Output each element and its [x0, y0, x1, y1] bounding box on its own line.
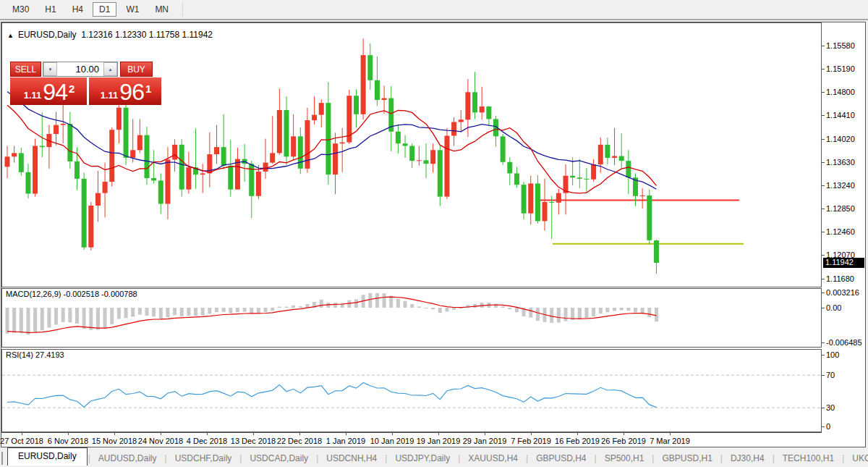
price-axis-label: 1.13240	[826, 181, 855, 190]
date-label: 16 Feb 2019	[555, 437, 600, 445]
rsi-axis-label: 70	[826, 371, 835, 379]
rsi-axis-label: 30	[826, 403, 835, 412]
symbol-tab-usdcnh-h4[interactable]: USDCNH,H4	[319, 451, 384, 466]
buy-price-panel[interactable]: 1.11961	[89, 77, 161, 105]
date-label: 15 Nov 2018	[92, 437, 137, 445]
date-tick	[207, 432, 208, 435]
chart-title: ▲EURUSD,Daily 1.12316 1.12330 1.11758 1.…	[7, 30, 213, 40]
price-axis-label: 1.14410	[826, 111, 855, 119]
tab-separator: |	[526, 453, 528, 463]
date-tick	[253, 432, 254, 435]
symbol-tab-bar: EURUSD,Daily|AUDUSD,Daily|USDCHF,Daily|U…	[0, 449, 868, 467]
sell-price-sup: 2	[69, 85, 75, 93]
timeframe-d1[interactable]: D1	[93, 2, 116, 17]
date-label: 6 Nov 2018	[48, 437, 88, 445]
date-label: 22 Dec 2018	[277, 437, 322, 445]
symbol-tab-usdjpy-daily[interactable]: USDJPY,Daily	[388, 451, 457, 466]
date-tick	[670, 432, 671, 435]
buy-price-sup: 1	[145, 85, 151, 93]
rsi-axis-label: 0	[826, 422, 830, 431]
rsi-axis-label: 100	[826, 350, 839, 359]
date-tick	[624, 432, 624, 435]
symbol-tab-gbpusd-h4[interactable]: GBPUSD,H4	[529, 451, 593, 466]
date-tick	[438, 432, 439, 435]
price-axis-label: 1.15580	[826, 41, 855, 50]
timeframe-mn[interactable]: MN	[148, 2, 175, 17]
date-label: 7 Feb 2019	[511, 437, 551, 445]
macd-axis-label: 0.003216	[826, 288, 859, 297]
buy-price-big: 96	[119, 81, 144, 103]
rsi-indicator-label: RSI(14) 27.4193	[6, 350, 64, 359]
rsi-pane[interactable]	[1, 349, 822, 432]
symbol-tab-ukoil-[interactable]: UKOil,	[845, 451, 868, 466]
date-tick	[68, 432, 69, 435]
date-label: 7 Mar 2019	[650, 437, 690, 445]
sell-price-small: 1.11	[24, 88, 42, 103]
sell-price-panel[interactable]: 1.11942	[10, 77, 87, 105]
timeframe-m30[interactable]: M30	[6, 2, 35, 17]
current-price-badge: 1.11942	[823, 258, 864, 268]
timeframe-h1[interactable]: H1	[38, 2, 62, 17]
tab-separator: |	[239, 453, 242, 463]
symbol-tab-usdchf-daily[interactable]: USDCHF,Daily	[168, 451, 239, 466]
chart-window: ▲EURUSD,Daily 1.12316 1.12330 1.11758 1.…	[1, 22, 866, 447]
tabbar-handle[interactable]	[1, 452, 3, 465]
symbol-tab-eurusd-daily[interactable]: EURUSD,Daily	[7, 447, 88, 466]
date-label: 13 Dec 2018	[231, 437, 276, 445]
sell-price-big: 94	[43, 81, 67, 103]
date-label: 10 Jan 2019	[370, 437, 414, 445]
symbol-tab-tech100-h1[interactable]: TECH100,H1	[775, 451, 841, 466]
timeframe-w1[interactable]: W1	[119, 2, 145, 17]
toolbar-separator	[182, 2, 183, 17]
date-tick	[346, 432, 346, 435]
price-axis-label: 1.11680	[826, 274, 854, 283]
price-axis-label: 1.14020	[826, 135, 855, 143]
date-tick	[161, 432, 161, 435]
date-label: 26 Feb 2019	[601, 437, 646, 445]
tab-separator: |	[652, 453, 654, 463]
date-tick	[485, 432, 485, 435]
volume-decrease-button[interactable]: ▼	[43, 62, 57, 76]
tab-separator: |	[595, 453, 597, 463]
date-label: 24 Nov 2018	[138, 437, 183, 445]
price-axis-label: 1.13630	[826, 158, 855, 167]
tab-separator: |	[842, 453, 844, 463]
symbol-tab-dj30-h4[interactable]: DJ30,H4	[723, 451, 772, 466]
buy-price-small: 1.11	[101, 88, 119, 103]
symbol-tab-xauusd-h4[interactable]: XAUUSD,H4	[461, 451, 525, 466]
macd-indicator-label: MACD(12,26,9) -0.002518 -0.000788	[6, 290, 137, 298]
date-tick	[22, 432, 22, 435]
symbol-tab-usdcad-daily[interactable]: USDCAD,Daily	[242, 451, 315, 466]
volume-spinner: ▼ 10.00 ▲	[43, 62, 118, 77]
price-axis-label: 1.12850	[826, 204, 855, 213]
date-tick	[577, 432, 578, 435]
tab-separator: |	[165, 453, 167, 463]
date-label: 27 Oct 2018	[0, 437, 43, 445]
tab-separator: |	[773, 453, 775, 463]
buy-button[interactable]: BUY	[120, 62, 153, 77]
date-label: 4 Dec 2018	[187, 437, 227, 445]
date-tick	[114, 432, 115, 435]
volume-increase-button[interactable]: ▲	[103, 62, 117, 76]
price-axis-label: 1.15190	[826, 64, 855, 73]
tab-separator: |	[316, 453, 318, 463]
sell-button[interactable]: SELL	[10, 62, 41, 77]
macd-axis-label: -0.006485	[826, 338, 862, 347]
symbol-name: EURUSD,Daily	[18, 30, 77, 40]
date-label: 29 Jan 2019	[463, 437, 507, 445]
timeframe-toolbar: M30H1H4D1W1MN	[0, 0, 868, 20]
tab-separator: |	[385, 453, 387, 463]
price-axis-label: 1.12460	[826, 227, 855, 236]
symbol-tab-sp500-h1[interactable]: SP500,H1	[597, 451, 652, 466]
symbol-tab-audusd-daily[interactable]: AUDUSD,Daily	[91, 451, 164, 466]
ohlc-values: 1.12316 1.12330 1.11758 1.11942	[81, 30, 213, 40]
collapse-arrow-icon[interactable]: ▲	[7, 32, 14, 39]
macd-axis-label: 0.00	[826, 303, 841, 312]
timeframe-h4[interactable]: H4	[66, 2, 90, 17]
tab-separator: |	[720, 453, 723, 463]
symbol-tab-gbpusd-h1[interactable]: GBPUSD,H1	[655, 451, 719, 466]
volume-input[interactable]: 10.00	[57, 62, 103, 76]
tab-separator: |	[88, 453, 90, 463]
date-tick	[299, 432, 300, 435]
date-tick	[531, 432, 532, 435]
